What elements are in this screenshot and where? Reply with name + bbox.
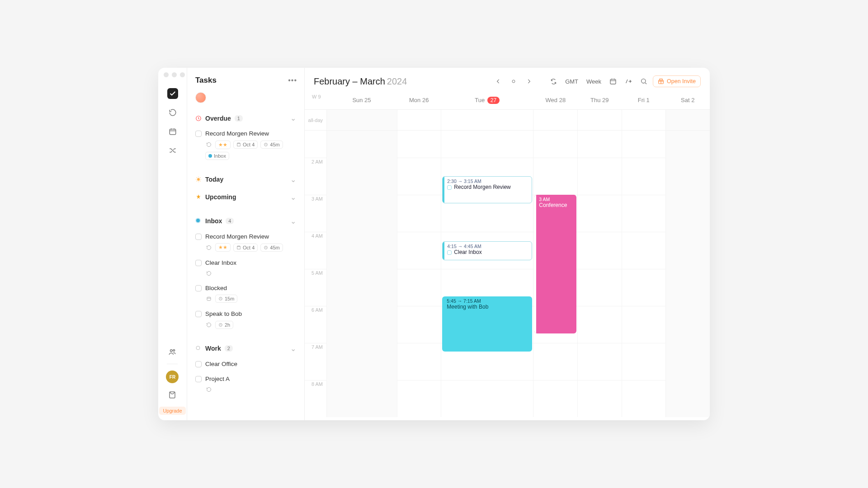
- section-upcoming-label: Upcoming: [205, 193, 236, 201]
- priority-icon: ★★: [218, 244, 227, 250]
- duration-tag: 45m: [260, 244, 283, 252]
- svg-rect-0: [170, 129, 176, 135]
- section-work[interactable]: Work 2 ⌄: [192, 340, 300, 357]
- section-today[interactable]: Today ⌄: [192, 171, 300, 188]
- section-overdue[interactable]: Overdue 1 ⌄: [192, 109, 300, 127]
- color-filter-icon[interactable]: [195, 92, 206, 103]
- day-col-sat[interactable]: [665, 131, 710, 417]
- task-item[interactable]: Clear Inbox: [192, 256, 300, 282]
- section-inbox-label: Inbox: [205, 217, 222, 225]
- repeat-icon: [205, 244, 212, 251]
- calendar-event[interactable]: 4:15 → 4:45 AMClear Inbox: [442, 241, 532, 260]
- day-col-wed[interactable]: 3 AMConference: [533, 131, 577, 417]
- task-checkbox[interactable]: [195, 131, 202, 137]
- window-controls[interactable]: [164, 72, 185, 77]
- day-head-sun[interactable]: Sun 25: [326, 92, 397, 109]
- timezone-label[interactable]: GMT: [562, 78, 581, 85]
- chevron-down-icon: ⌄: [290, 344, 296, 353]
- day-head-thu[interactable]: Thu 29: [578, 92, 622, 109]
- calendar-panel: February – March2024 GMT Week Open Invit…: [305, 68, 710, 420]
- close-dot-icon[interactable]: [164, 72, 169, 77]
- task-checkbox[interactable]: [195, 285, 202, 291]
- app-window: FR Upgrade Tasks ••• Overdue 1 ⌄: [158, 68, 710, 420]
- overdue-icon: [195, 115, 202, 122]
- sun-icon: [195, 176, 202, 183]
- tasks-more-icon[interactable]: •••: [288, 76, 297, 84]
- calendar-event[interactable]: 5:45 → 7:15 AMMeeting with Bob: [442, 296, 532, 352]
- task-checkbox[interactable]: [195, 361, 202, 367]
- task-checkbox[interactable]: [195, 311, 202, 317]
- calendar-picker-button[interactable]: [607, 75, 619, 88]
- task-checkbox[interactable]: [195, 234, 202, 240]
- inbox-icon: [195, 218, 202, 224]
- upgrade-button[interactable]: Upgrade: [159, 407, 185, 415]
- day-head-mon[interactable]: Mon 26: [397, 92, 441, 109]
- tasks-list: Overdue 1 ⌄ Record Morgen Review ★★ Oct …: [187, 109, 304, 420]
- day-col-sun[interactable]: [326, 131, 397, 417]
- icon-rail: FR Upgrade: [158, 68, 187, 420]
- day-head-fri[interactable]: Fri 1: [622, 92, 665, 109]
- inbox-tag: Inbox: [205, 152, 229, 160]
- view-selector[interactable]: Week: [584, 78, 604, 85]
- section-upcoming[interactable]: Upcoming ⌄: [192, 188, 300, 206]
- day-col-mon[interactable]: [397, 131, 441, 417]
- task-item[interactable]: Clear Office: [192, 357, 300, 373]
- next-button[interactable]: [523, 75, 535, 88]
- day-head-sat[interactable]: Sat 2: [666, 92, 710, 109]
- open-invite-button[interactable]: Open Invite: [653, 75, 701, 87]
- calendar-grid[interactable]: 2 AM 3 AM 4 AM 5 AM 6 AM 7 AM 8 AM 2:30 …: [305, 131, 710, 420]
- calendar-toolbar: February – March2024 GMT Week Open Invit…: [305, 68, 710, 92]
- circle-icon: [195, 345, 202, 352]
- task-title: Speak to Bob: [205, 310, 242, 318]
- repeat-icon: [205, 321, 212, 328]
- task-item[interactable]: Record Morgen Review ★★ Oct 4 45m: [192, 230, 300, 257]
- svg-point-1: [170, 350, 173, 352]
- task-title: Clear Office: [205, 360, 237, 368]
- task-checkbox[interactable]: [195, 376, 202, 382]
- svg-rect-12: [610, 79, 616, 84]
- task-item[interactable]: Record Morgen Review ★★ Oct 4 45m Inbox: [192, 127, 300, 164]
- command-button[interactable]: [622, 75, 635, 88]
- event-checkbox[interactable]: [447, 185, 452, 190]
- week-number: W 9: [312, 94, 321, 99]
- minimize-dot-icon[interactable]: [172, 72, 177, 77]
- event-checkbox[interactable]: [447, 250, 452, 255]
- calendar-event[interactable]: 3 AMConference: [534, 195, 576, 333]
- duration-tag: 15m: [215, 295, 237, 303]
- day-col-tue[interactable]: 2:30 → 3:15 AMRecord Morgen Review4:15 →…: [441, 131, 533, 417]
- priority-icon: ★★: [218, 142, 227, 148]
- task-title: Blocked: [205, 284, 227, 292]
- task-title: Record Morgen Review: [205, 130, 269, 138]
- task-item[interactable]: Project A: [192, 372, 300, 398]
- shuffle-rail-icon[interactable]: [167, 145, 178, 156]
- routines-rail-icon[interactable]: [167, 107, 178, 118]
- task-item[interactable]: Blocked 15m: [192, 282, 300, 308]
- day-headers: Sun 25 Mon 26 Tue 27 Wed 28 Thu 29 Fri 1…: [305, 92, 710, 110]
- repeat-icon: [205, 386, 212, 393]
- section-overdue-label: Overdue: [205, 115, 231, 122]
- tasks-rail-icon[interactable]: [167, 88, 178, 99]
- day-head-tue[interactable]: Tue 27: [441, 92, 533, 109]
- user-avatar[interactable]: FR: [166, 371, 179, 383]
- day-col-fri[interactable]: [622, 131, 666, 417]
- task-item[interactable]: Speak to Bob 2h: [192, 307, 300, 333]
- task-checkbox[interactable]: [195, 260, 202, 266]
- day-col-thu[interactable]: [577, 131, 622, 417]
- repeat-icon: [205, 295, 212, 302]
- allday-row: all-day: [305, 110, 710, 131]
- calendar-rail-icon[interactable]: [167, 126, 178, 137]
- tasks-title: Tasks: [195, 76, 217, 85]
- svg-point-2: [173, 349, 175, 351]
- fullscreen-dot-icon[interactable]: [180, 72, 185, 77]
- refresh-button[interactable]: [547, 75, 560, 88]
- chevron-down-icon: ⌄: [290, 217, 296, 225]
- prev-button[interactable]: [492, 75, 505, 88]
- calendar-event[interactable]: 2:30 → 3:15 AMRecord Morgen Review: [442, 176, 532, 203]
- day-head-wed[interactable]: Wed 28: [533, 92, 577, 109]
- today-button[interactable]: [507, 75, 520, 88]
- people-rail-icon[interactable]: [167, 347, 178, 357]
- search-button[interactable]: [637, 75, 650, 88]
- inbox-rail-icon[interactable]: [167, 389, 178, 400]
- section-inbox[interactable]: Inbox 4 ⌄: [192, 212, 300, 230]
- repeat-icon: [205, 141, 212, 148]
